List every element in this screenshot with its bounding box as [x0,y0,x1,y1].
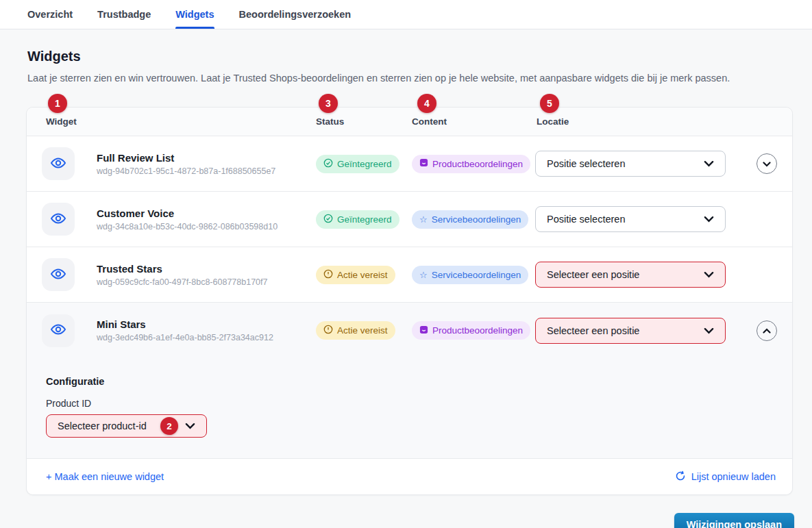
status-badge: Geïntegreerd [316,155,399,173]
table-row: Trusted Stars wdg-059c9cfc-fa00-497f-8bc… [27,247,792,303]
widget-id: wdg-3edc49b6-a1ef-4e0a-bb85-2f73a34ac912 [97,333,316,342]
step-badge-5: 5 [540,94,559,113]
widget-name: Mini Stars [97,318,316,330]
table-header-row: Widget Status Content Locatie [27,108,792,136]
eye-icon [50,266,66,284]
expanded-widget-section: Mini Stars wdg-3edc49b6-a1ef-4e0a-bb85-2… [27,303,792,459]
page-title: Widgets [27,49,793,64]
card-footer: + Maak een nieuwe widget Lijst opnieuw l… [27,459,792,494]
location-select[interactable]: Selecteer een positie [535,318,726,344]
tab-overzicht[interactable]: Overzicht [27,0,73,29]
collapse-row-button[interactable] [756,320,777,341]
check-circle-icon [323,158,333,170]
content-badge: ☆ Servicebeoordelingen [412,210,528,229]
chevron-down-icon [704,269,714,280]
chevron-down-icon [704,325,714,336]
column-header-widget: Widget [27,116,316,127]
page-description: Laat je sterren zien en win vertrouwen. … [27,73,793,84]
content-badge: Productbeoordelingen [412,321,530,340]
product-review-icon [419,158,428,169]
column-header-content: Content [412,116,537,127]
reload-list-link[interactable]: Lijst opnieuw laden [675,470,776,483]
step-badge-2: 2 [160,417,178,435]
widget-name: Trusted Stars [97,263,316,275]
widget-name: Full Review List [97,152,316,164]
column-header-status: Status [316,116,412,127]
widgets-card: 1 3 4 5 Widget Status Content Locatie Fu… [26,107,793,495]
chevron-up-icon [763,325,771,336]
star-icon: ☆ [419,215,428,224]
content-badge: Productbeoordelingen [412,155,530,173]
preview-widget-button[interactable] [42,147,75,180]
widget-configuration-panel: Configuratie Product ID Selecteer produc… [27,358,792,458]
top-tab-bar: Overzicht Trustbadge Widgets Beoordeling… [0,0,812,29]
step-badge-3: 3 [319,94,338,113]
preview-widget-button[interactable] [42,314,75,347]
location-select[interactable]: Selecteer een positie [535,262,726,288]
widget-name: Customer Voice [97,208,316,219]
location-select[interactable]: Positie selecteren [535,151,726,177]
check-circle-icon [323,214,333,225]
save-bar: Wijzigingen opslaan [0,495,812,528]
save-changes-button[interactable]: Wijzigingen opslaan [674,513,794,528]
widget-id: wdg-059c9cfc-fa00-497f-8bc8-608778b170f7 [97,277,316,287]
alert-circle-icon [323,269,333,281]
chevron-down-icon [704,158,714,169]
eye-icon [50,210,66,229]
widget-id: wdg-34c8a10e-b53c-40dc-9862-086b03598d10 [97,222,316,231]
step-badge-1: 1 [48,94,67,113]
table-row: Customer Voice wdg-34c8a10e-b53c-40dc-98… [27,192,792,247]
refresh-icon [675,470,686,483]
step-badge-4: 4 [417,94,436,113]
expand-row-button[interactable] [756,153,777,174]
tab-trustbadge[interactable]: Trustbadge [97,0,151,29]
chevron-down-icon [763,159,771,169]
preview-widget-button[interactable] [42,258,75,291]
chevron-down-icon [704,214,714,225]
table-row: Mini Stars wdg-3edc49b6-a1ef-4e0a-bb85-2… [27,303,792,358]
location-select[interactable]: Positie selecteren [535,206,726,232]
alert-circle-icon [323,325,333,336]
configuration-heading: Configuratie [46,376,773,387]
preview-widget-button[interactable] [42,203,75,236]
product-id-label: Product ID [46,398,773,409]
widget-id: wdg-94b702c1-95c1-4872-b87a-1f68850655e7 [97,166,316,176]
status-badge: Actie vereist [316,266,395,284]
eye-icon [50,155,66,173]
status-badge: Actie vereist [316,321,395,340]
table-row: Full Review List wdg-94b702c1-95c1-4872-… [27,136,792,192]
tab-widgets[interactable]: Widgets [175,0,214,29]
create-widget-link[interactable]: + Maak een nieuwe widget [46,471,164,482]
status-badge: Geïntegreerd [316,210,399,229]
star-icon: ☆ [419,271,428,279]
content-badge: ☆ Servicebeoordelingen [412,266,528,284]
column-header-locatie: Locatie [537,116,728,127]
tab-beoordelingsverzoeken[interactable]: Beoordelingsverzoeken [239,0,352,29]
chevron-down-icon [185,420,195,431]
eye-icon [50,321,66,340]
product-id-select[interactable]: Selecteer product-id 2 [46,414,207,438]
product-review-icon [419,325,428,336]
